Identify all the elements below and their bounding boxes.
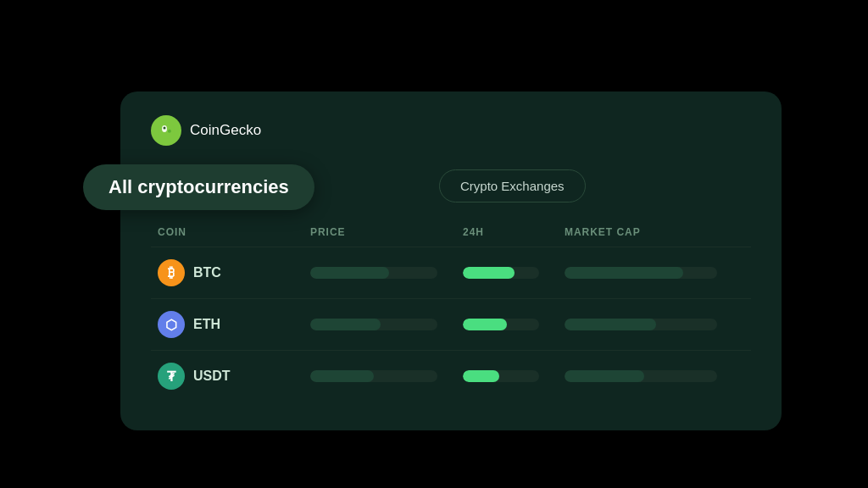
- table-row[interactable]: ⬡ ETH: [151, 298, 751, 350]
- usdt-mcap-bar: [565, 370, 744, 382]
- btc-mcap-bar: [565, 267, 744, 279]
- crypto-table: COIN PRICE 24H MARKET CAP ₿ BTC: [151, 226, 751, 402]
- col-coin: COIN: [158, 226, 310, 238]
- scene: CoinGecko All cryptocurrencies Crypto Ex…: [86, 58, 782, 430]
- tab-crypto-exchanges[interactable]: Crypto Exchanges: [439, 169, 586, 202]
- usdt-symbol: USDT: [193, 369, 231, 384]
- usdt-24h-bar: [463, 370, 565, 382]
- tab-row: All cryptocurrencies Crypto Exchanges: [151, 169, 751, 202]
- coin-cell-btc: ₿ BTC: [158, 259, 310, 286]
- table-row[interactable]: ₿ BTC: [151, 247, 751, 298]
- btc-icon: ₿: [158, 259, 185, 286]
- eth-price-bar: [310, 319, 463, 330]
- btc-24h-bar: [463, 267, 565, 279]
- logo-text: CoinGecko: [190, 122, 261, 139]
- col-price: PRICE: [310, 226, 463, 238]
- coin-cell-eth: ⬡ ETH: [158, 311, 310, 338]
- usdt-price-bar: [310, 370, 463, 382]
- btc-price-bar: [310, 267, 463, 279]
- tab-all-cryptocurrencies[interactable]: All cryptocurrencies: [83, 164, 314, 210]
- coin-cell-usdt: ₮ USDT: [158, 363, 310, 390]
- table-header: COIN PRICE 24H MARKET CAP: [151, 226, 751, 247]
- col-24h: 24H: [463, 226, 565, 238]
- eth-mcap-bar: [565, 319, 744, 330]
- header: CoinGecko: [151, 115, 751, 146]
- main-card: CoinGecko All cryptocurrencies Crypto Ex…: [120, 92, 782, 430]
- logo-icon: [151, 115, 181, 146]
- eth-24h-bar: [463, 319, 565, 330]
- btc-symbol: BTC: [193, 265, 221, 280]
- table-row[interactable]: ₮ USDT: [151, 350, 751, 402]
- svg-point-2: [164, 127, 166, 130]
- col-mcap: MARKET CAP: [565, 226, 744, 238]
- eth-icon: ⬡: [158, 311, 185, 338]
- eth-symbol: ETH: [193, 317, 220, 332]
- usdt-icon: ₮: [158, 363, 185, 390]
